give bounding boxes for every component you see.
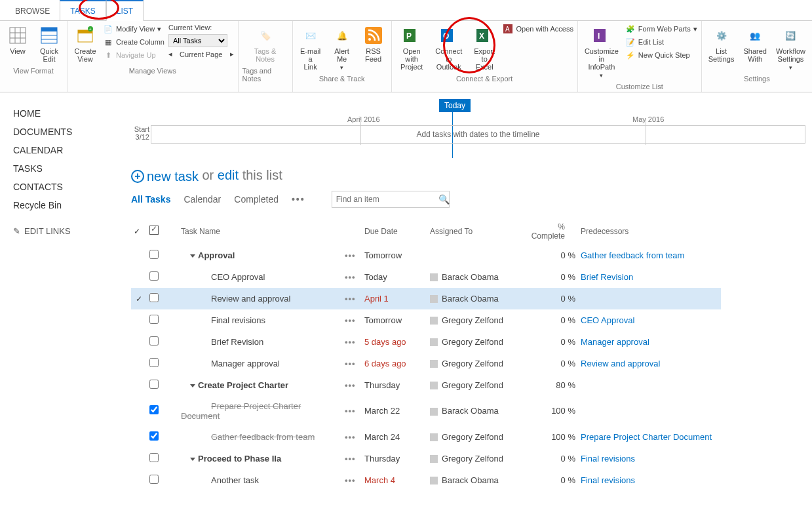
alert-me-button[interactable]: 🔔Alert Me▾ (328, 24, 356, 72)
export-excel-button[interactable]: XExport to Excel (470, 24, 499, 72)
col-due-date[interactable]: Due Date (362, 218, 427, 245)
table-row[interactable]: Proceed to Phase IIa•••ThursdayGregory Z… (131, 448, 721, 469)
task-name[interactable]: Another task (211, 475, 259, 485)
workflow-settings-button[interactable]: 🔄Workflow Settings▾ (773, 24, 808, 72)
assigned-to[interactable]: Barack Obama (427, 396, 526, 426)
edit-links-button[interactable]: ✎EDIT LINKS (13, 226, 118, 236)
nav-recycle-bin[interactable]: Recycle Bin (13, 196, 118, 214)
task-name[interactable]: Manager approval (211, 359, 280, 368)
task-name[interactable]: Approval (198, 250, 235, 260)
table-row[interactable]: Gather feedback from team•••March 24Greg… (131, 426, 721, 448)
open-with-access-button[interactable]: AOpen with Access (503, 24, 573, 34)
table-row[interactable]: Create Project Charter•••ThursdayGregory… (131, 374, 721, 396)
shared-with-button[interactable]: 👥Shared With (741, 24, 769, 64)
row-checkbox[interactable] (149, 336, 159, 346)
nav-calendar[interactable]: CALENDAR (13, 141, 118, 159)
row-menu-button[interactable]: ••• (342, 353, 362, 374)
assigned-to[interactable]: Gregory Zelfond (427, 309, 526, 331)
prev-page-icon[interactable]: ◂ (168, 50, 172, 58)
view-button[interactable]: View (4, 24, 31, 56)
task-name[interactable]: Review and approval (211, 294, 290, 304)
predecessor-link[interactable]: Review and approval (578, 353, 721, 374)
table-row[interactable]: Approval•••Tomorrow0 %Gather feedback fr… (131, 245, 721, 266)
new-quick-step-button[interactable]: ⚡New Quick Step (625, 50, 697, 60)
header-select-all[interactable] (149, 226, 159, 235)
row-menu-button[interactable]: ••• (342, 288, 362, 309)
assigned-to[interactable]: Gregory Zelfond (427, 331, 526, 353)
list-settings-button[interactable]: ⚙️List Settings (706, 24, 737, 64)
email-link-button[interactable]: ✉️E-mail a Link (297, 24, 324, 72)
task-name[interactable]: Prepare Project Charter Document (181, 401, 301, 421)
assigned-to[interactable]: Gregory Zelfond (427, 426, 526, 448)
search-icon[interactable]: 🔍 (438, 194, 450, 205)
predecessor-link[interactable]: Manager approval (578, 331, 721, 353)
row-menu-button[interactable]: ••• (342, 396, 362, 426)
table-row[interactable]: Another task•••March 4Barack Obama0 %Fin… (131, 469, 721, 491)
predecessor-link[interactable]: CEO Approval (578, 309, 721, 331)
task-name[interactable]: Brief Revision (211, 337, 263, 347)
row-checkbox[interactable] (149, 293, 159, 302)
row-menu-button[interactable]: ••• (342, 469, 362, 491)
row-checkbox[interactable] (149, 431, 159, 441)
tab-list[interactable]: LIST (106, 0, 144, 21)
view-completed[interactable]: Completed (234, 194, 279, 205)
predecessor-link[interactable]: Final revisions (578, 448, 721, 469)
view-calendar[interactable]: Calendar (184, 194, 221, 205)
nav-tasks[interactable]: TASKS (13, 159, 118, 178)
timeline-bar[interactable]: Add tasks with dates to the timeline (151, 125, 805, 144)
expand-toggle-icon[interactable] (190, 458, 195, 461)
row-checkbox[interactable] (149, 453, 159, 462)
table-row[interactable]: Final revisions•••TomorrowGregory Zelfon… (131, 309, 721, 331)
col-percent-complete[interactable]: % Complete (526, 218, 578, 245)
view-all-tasks[interactable]: All Tasks (131, 194, 170, 205)
table-row[interactable]: CEO Approval•••TodayBarack Obama0 %Brief… (131, 266, 721, 288)
table-row[interactable]: Prepare Project Charter Document•••March… (131, 396, 721, 426)
row-menu-button[interactable]: ••• (342, 245, 362, 266)
create-column-button[interactable]: ▦Create Column (103, 37, 164, 47)
row-checkbox[interactable] (149, 271, 159, 281)
task-name[interactable]: Create Project Charter (198, 380, 288, 390)
tab-browse[interactable]: BROWSE (5, 0, 60, 20)
nav-documents[interactable]: DOCUMENTS (13, 123, 118, 141)
form-web-parts-button[interactable]: 🧩Form Web Parts▾ (625, 24, 697, 34)
row-checkbox[interactable] (149, 315, 159, 324)
row-menu-button[interactable]: ••• (342, 266, 362, 288)
open-with-project-button[interactable]: POpen with Project (396, 24, 428, 72)
table-row[interactable]: ✓Review and approval•••April 1Barack Oba… (131, 288, 721, 309)
col-task-name[interactable]: Task Name (178, 218, 342, 245)
assigned-to[interactable]: Barack Obama (427, 266, 526, 288)
row-checkbox[interactable] (149, 358, 159, 367)
assigned-to[interactable] (427, 245, 526, 266)
row-menu-button[interactable]: ••• (342, 426, 362, 448)
table-row[interactable]: Manager approval•••6 days agoGregory Zel… (131, 353, 721, 374)
row-checkbox[interactable] (149, 405, 159, 414)
tab-tasks[interactable]: TASKS (60, 0, 106, 21)
edit-list-button[interactable]: 📝Edit List (625, 37, 697, 47)
row-checkbox[interactable] (149, 475, 159, 484)
current-view-select[interactable]: All Tasks (168, 34, 227, 47)
customize-infopath-button[interactable]: ICustomize in InfoPath▾ (582, 24, 621, 80)
predecessor-link[interactable]: Final revisions (578, 469, 721, 491)
timeline[interactable]: Today Start3/12 April 2016 May 2016 Add … (131, 99, 812, 158)
next-page-icon[interactable]: ▸ (230, 50, 234, 58)
predecessor-link[interactable]: Brief Revision (578, 266, 721, 288)
task-name[interactable]: Final revisions (211, 315, 265, 325)
modify-view-button[interactable]: 📄Modify View▾ (103, 24, 164, 34)
row-menu-button[interactable]: ••• (342, 309, 362, 331)
search-input[interactable] (332, 195, 438, 204)
assigned-to[interactable]: Barack Obama (427, 469, 526, 491)
edit-list-link[interactable]: edit (218, 168, 239, 182)
quick-edit-button[interactable]: Quick Edit (35, 24, 63, 64)
row-checkbox[interactable] (149, 380, 159, 389)
row-checkbox[interactable] (149, 250, 159, 259)
search-box[interactable]: 🔍 (332, 191, 450, 208)
row-menu-button[interactable]: ••• (342, 448, 362, 469)
predecessor-link[interactable]: Prepare Project Charter Document (578, 426, 721, 448)
navigate-up-button[interactable]: ⬆Navigate Up (103, 50, 164, 60)
nav-contacts[interactable]: CONTACTS (13, 178, 118, 196)
expand-toggle-icon[interactable] (190, 254, 195, 258)
task-name[interactable]: CEO Approval (211, 272, 265, 282)
new-task-button[interactable]: +new task (131, 169, 199, 184)
row-menu-button[interactable]: ••• (342, 374, 362, 396)
assigned-to[interactable]: Barack Obama (427, 288, 526, 309)
